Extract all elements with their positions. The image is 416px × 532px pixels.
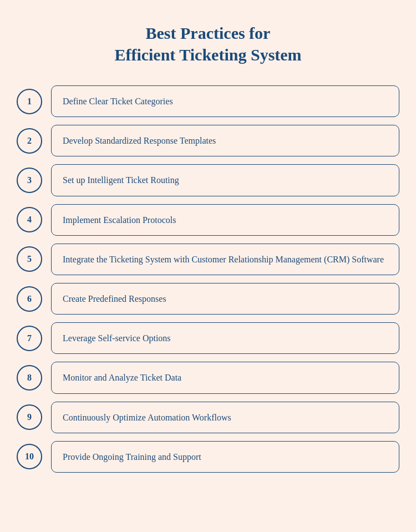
list-item: 7Leverage Self-service Options [17,322,399,354]
item-number: 2 [17,128,42,154]
item-label: Monitor and Analyze Ticket Data [51,362,399,393]
item-number: 9 [17,404,42,430]
item-label: Create Predefined Responses [51,283,399,315]
item-number: 6 [17,286,42,312]
item-label: Continuously Optimize Automation Workflo… [51,402,399,433]
list-item: 2Develop Standardized Response Templates [17,125,399,156]
list-item: 6Create Predefined Responses [17,283,399,315]
item-number: 7 [17,326,42,351]
item-number: 1 [17,89,42,114]
item-label: Define Clear Ticket Categories [51,85,399,117]
item-label: Integrate the Ticketing System with Cust… [51,244,399,275]
item-number: 10 [17,444,42,469]
item-number: 8 [17,365,42,391]
item-number: 5 [17,246,42,272]
list-item: 1Define Clear Ticket Categories [17,85,399,117]
list-item: 9Continuously Optimize Automation Workfl… [17,402,399,433]
item-label: Leverage Self-service Options [51,322,399,354]
item-label: Provide Ongoing Training and Support [51,441,399,473]
list-item: 3Set up Intelligent Ticket Routing [17,164,399,196]
item-label: Develop Standardized Response Templates [51,125,399,156]
list-item: 5Integrate the Ticketing System with Cus… [17,244,399,275]
list-item: 4Implement Escalation Protocols [17,204,399,236]
item-label: Implement Escalation Protocols [51,204,399,236]
list-item: 8Monitor and Analyze Ticket Data [17,362,399,393]
page-title: Best Practices for Efficient Ticketing S… [114,22,301,65]
list-item: 10Provide Ongoing Training and Support [17,441,399,473]
item-number: 4 [17,207,42,232]
item-label: Set up Intelligent Ticket Routing [51,164,399,196]
item-number: 3 [17,168,42,193]
best-practices-list: 1Define Clear Ticket Categories2Develop … [17,85,399,473]
